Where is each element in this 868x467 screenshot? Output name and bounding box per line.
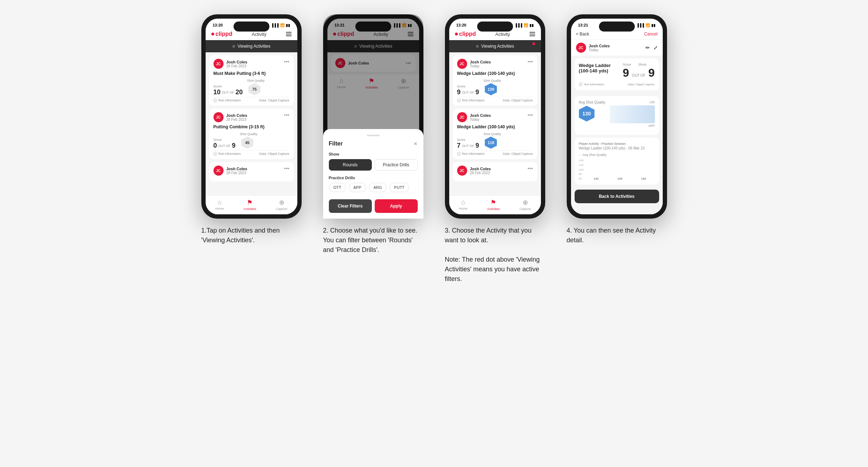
shots-val-1-1: 20 bbox=[235, 89, 243, 95]
nav-activities-1[interactable]: ⚑ Activities bbox=[244, 199, 256, 211]
activity-card-3-3[interactable]: JC Josh Coles 28 Feb 2023 ••• bbox=[453, 162, 537, 181]
user-info-3-2: JC Josh Coles Today bbox=[457, 112, 491, 122]
hamburger-menu-1[interactable] bbox=[286, 32, 292, 36]
stat-out-of-1-2: 0 OUT OF 9 bbox=[214, 142, 236, 149]
filter-tag-ott[interactable]: OTT bbox=[329, 183, 346, 192]
detail-title-row-4: Wedge Ladder(100-140 yds) Score Shots 9 … bbox=[579, 63, 655, 80]
hamburger-menu-3[interactable] bbox=[529, 32, 535, 36]
user-details-3-1: Josh Coles Today bbox=[470, 60, 491, 68]
activities-icon-3: ⚑ bbox=[490, 199, 496, 206]
viewing-banner-1[interactable]: ⚙ Viewing Activities bbox=[206, 40, 297, 52]
out-of-text-3-2: OUT OF bbox=[462, 144, 474, 148]
hexagon-sq-4: 130 bbox=[579, 106, 595, 121]
dots-menu-1-1[interactable]: ••• bbox=[284, 59, 289, 65]
expand-icon-4[interactable]: ⤢ bbox=[653, 45, 658, 51]
nav-activities-3[interactable]: ⚑ Activities bbox=[487, 199, 500, 211]
nav-home-3[interactable]: ⌂ Home bbox=[459, 199, 467, 211]
test-info-3-2: i Test Information bbox=[457, 152, 485, 156]
phone-column-1: 13:20 ▐▐▐ 📶 ▮▮ clippd Activity bbox=[198, 14, 305, 284]
phone-screen-3: 13:20 ▐▐▐ 📶 ▮▮ clippd Activity bbox=[449, 19, 541, 214]
sq-badge-3-1: 130 bbox=[485, 83, 497, 95]
bottom-nav-1: ⌂ Home ⚑ Activities ⊕ Capture bbox=[206, 195, 297, 214]
card-header-3-2: JC Josh Coles Today ••• bbox=[457, 112, 533, 122]
nav-home-label-3: Home bbox=[459, 207, 467, 210]
data-source-3-2: Data: Clippd Capture bbox=[503, 152, 533, 156]
viewing-banner-3[interactable]: ⚙ Viewing Activities bbox=[449, 40, 541, 52]
test-info-text-4: Test Information bbox=[584, 83, 604, 86]
activity-card-1-3[interactable]: JC Josh Coles 28 Feb 2023 ••• bbox=[209, 162, 294, 181]
dots-menu-3-1[interactable]: ••• bbox=[528, 59, 533, 65]
cancel-button-4[interactable]: Cancel bbox=[644, 32, 657, 37]
nav-capture-label-3: Capture bbox=[519, 207, 531, 211]
dots-menu-1-2[interactable]: ••• bbox=[284, 112, 289, 118]
nav-capture-3[interactable]: ⊕ Capture bbox=[519, 199, 531, 211]
score-group-3-1: Score 9 OUT OF 9 bbox=[457, 85, 479, 95]
drill-detail-title-4: Wedge Ladder (100-140 yds) - 06 Mar 23 bbox=[579, 146, 655, 150]
activity-title-3-1: Wedge Ladder (100-140 yds) bbox=[457, 71, 533, 76]
logo-dot-3 bbox=[455, 33, 458, 35]
user-text-4: Josh Coles Today bbox=[589, 44, 610, 52]
activity-card-1-2[interactable]: JC Josh Coles 28 Feb 2023 ••• Putting Co… bbox=[209, 109, 294, 159]
out-of-text-1-2: OUT OF bbox=[219, 144, 231, 148]
nav-capture-1[interactable]: ⊕ Capture bbox=[276, 199, 287, 211]
user-date-3-1: Today bbox=[470, 64, 491, 68]
stat-out-of-3-2: 7 OUT OF 9 bbox=[457, 142, 479, 149]
activity-card-3-2[interactable]: JC Josh Coles Today ••• Wedge Ladder (10… bbox=[453, 109, 537, 159]
user-name-3-2: Josh Coles bbox=[470, 113, 491, 118]
nav-activities-label-1: Activities bbox=[244, 207, 256, 211]
detail-title-left-4: Wedge Ladder(100-140 yds) bbox=[579, 63, 611, 73]
data-source-1-1: Data: Clippd Capture bbox=[259, 99, 289, 102]
dots-menu-1-3[interactable]: ••• bbox=[284, 166, 289, 171]
logo-dot-1 bbox=[211, 33, 214, 35]
description-2: 2. Choose what you'd like to see. You ca… bbox=[323, 226, 423, 255]
bar-group-1: 132 bbox=[585, 177, 607, 180]
sq-label-1-1: Shot Quality bbox=[247, 79, 264, 82]
user-info-3-1: JC Josh Coles Today bbox=[457, 59, 491, 69]
detail-title-4: Wedge Ladder(100-140 yds) bbox=[579, 63, 611, 73]
bar-group-2: 129 bbox=[609, 177, 631, 180]
phone-frame-4: 13:21 ▐▐▐ 📶 ▮▮ < Back Cancel JC bbox=[567, 14, 667, 219]
back-to-activities-btn-4[interactable]: Back to Activities bbox=[575, 190, 659, 203]
phone-screen-4: 13:21 ▐▐▐ 📶 ▮▮ < Back Cancel JC bbox=[571, 19, 663, 214]
back-button-4[interactable]: < Back bbox=[576, 32, 589, 37]
activity-card-3-1[interactable]: JC Josh Coles Today ••• Wedge Ladder (10… bbox=[453, 55, 537, 106]
user-details-3-2: Josh Coles Today bbox=[470, 113, 491, 121]
dots-menu-3-2[interactable]: ••• bbox=[528, 112, 533, 118]
clear-filters-btn[interactable]: Clear Filters bbox=[329, 199, 372, 213]
activity-list-1: JC Josh Coles 28 Feb 2023 ••• Must Make … bbox=[206, 52, 297, 195]
bottom-nav-3: ⌂ Home ⚑ Activities ⊕ Capture bbox=[449, 195, 541, 214]
activity-stats-3-2: Score 7 OUT OF 9 Shot Quality 1 bbox=[457, 132, 533, 149]
nav-home-1[interactable]: ⌂ Home bbox=[215, 199, 224, 211]
score-group-3-2: Score 7 OUT OF 9 bbox=[457, 138, 479, 149]
activity-card-1-1[interactable]: JC Josh Coles 28 Feb 2023 ••• Must Make … bbox=[209, 55, 294, 106]
rounds-toggle-btn[interactable]: Rounds bbox=[329, 159, 372, 171]
filter-toggle-row: Rounds Practice Drills bbox=[329, 159, 418, 171]
filter-close-btn[interactable]: ✕ bbox=[413, 141, 418, 147]
dots-menu-3-3[interactable]: ••• bbox=[528, 166, 533, 171]
mini-chart-4 bbox=[610, 105, 655, 123]
phone-frame-1: 13:20 ▐▐▐ 📶 ▮▮ clippd Activity bbox=[201, 14, 302, 219]
sq-badge-3-2: 118 bbox=[485, 137, 497, 149]
test-info-row-4: i Test Information Data: Clippd Capture bbox=[579, 82, 655, 86]
user-details-1-2: Josh Coles 28 Feb 2023 bbox=[226, 113, 248, 121]
apply-btn[interactable]: Apply bbox=[375, 199, 418, 213]
avatar-1-1: JC bbox=[214, 59, 224, 69]
chart-y-labels-4: 140 120 100 80 60 bbox=[579, 159, 584, 180]
edit-icon-4[interactable]: ✏ bbox=[646, 45, 650, 51]
filter-tag-app[interactable]: APP bbox=[349, 183, 366, 192]
filter-icon-1: ⚙ bbox=[232, 44, 235, 48]
phone-column-3: 13:20 ▐▐▐ 📶 ▮▮ clippd Activity bbox=[441, 14, 549, 284]
nav-activities-label-3: Activities bbox=[487, 207, 500, 211]
score-label-1-2: Score bbox=[214, 138, 236, 142]
user-name-3-1: Josh Coles bbox=[470, 60, 491, 64]
chart-app-label-4: APP bbox=[610, 124, 655, 128]
bar-val-2: 129 bbox=[618, 177, 622, 180]
drills-toggle-btn[interactable]: Practice Drills bbox=[375, 159, 418, 171]
shots-val-3-2: 9 bbox=[475, 142, 479, 149]
filter-tag-putt[interactable]: PUTT bbox=[389, 183, 409, 192]
sq-label-1-2: Shot Quality bbox=[240, 132, 257, 136]
score-label-3-2: Score bbox=[457, 138, 479, 142]
user-date-1-3: 28 Feb 2023 bbox=[226, 171, 248, 175]
filter-tag-arg[interactable]: ARG bbox=[369, 183, 387, 192]
activity-footer-3-1: i Test Information Data: Clippd Capture bbox=[457, 97, 533, 102]
